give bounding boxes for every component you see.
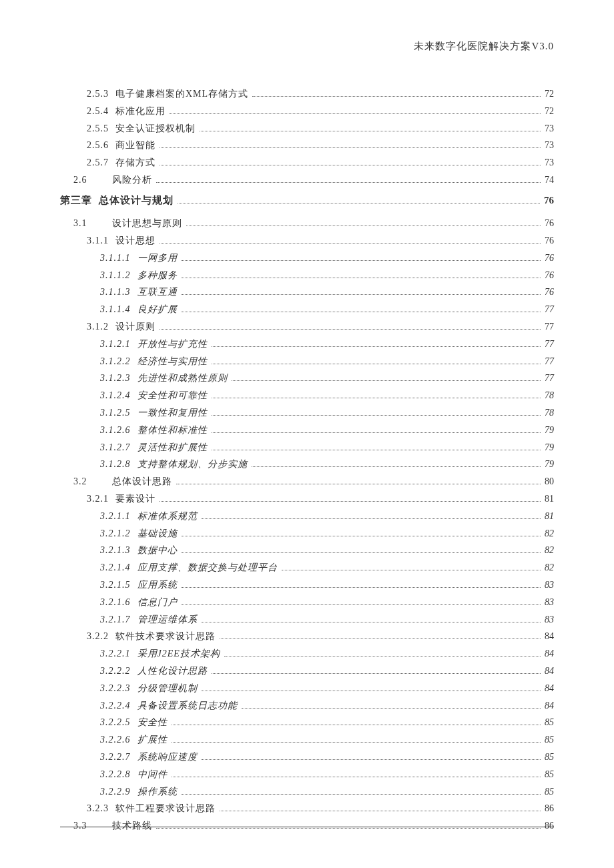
toc-leader-dots <box>178 203 540 203</box>
toc-entry: 2.5.6商业智能73 <box>60 137 554 153</box>
toc-leader-dots <box>212 450 541 450</box>
toc-title: 软件工程要求设计思路 <box>115 801 216 817</box>
toc-page-number: 85 <box>545 784 554 800</box>
toc-number: 2.5.5 <box>87 121 109 137</box>
toc-number: 2.5.6 <box>87 137 109 153</box>
toc-page-number: 76 <box>545 250 554 266</box>
toc-leader-dots <box>172 725 541 725</box>
toc-entry: 第三章总体设计与规划76 <box>60 192 554 209</box>
toc-entry: 3.1.2.6整体性和标准性79 <box>60 422 554 438</box>
toc-leader-dots <box>212 673 541 674</box>
toc-number: 3.1.2.6 <box>100 422 131 438</box>
toc-number: 3.2.1.1 <box>100 508 131 524</box>
toc-leader-dots <box>182 587 541 588</box>
toc-entry: 3.2.2.1采用J2EE技术架构84 <box>60 646 554 662</box>
toc-entry: 3.1.2.2经济性与实用性77 <box>60 354 554 370</box>
toc-entry: 2.5.3电子健康档案的XML存储方式72 <box>60 86 554 102</box>
toc-page-number: 85 <box>545 767 554 783</box>
toc-number: 3.1.1.2 <box>100 268 131 284</box>
toc-entry: 3.1.1.4良好扩展77 <box>60 302 554 318</box>
toc-title: 存储方式 <box>115 155 156 171</box>
toc-title: 分级管理机制 <box>137 681 198 697</box>
toc-page-number: 85 <box>545 732 554 748</box>
toc-leader-dots <box>252 466 541 467</box>
toc-number: 3.1.1.4 <box>100 302 131 318</box>
toc-number: 2.6 <box>73 172 105 188</box>
toc-title: 一致性和复用性 <box>137 405 208 421</box>
toc-leader-dots <box>224 656 541 657</box>
toc-number: 2.5.7 <box>87 155 109 171</box>
toc-page-number: 77 <box>545 370 554 386</box>
toc-entry: 3.2.3软件工程要求设计思路86 <box>60 801 554 817</box>
toc-leader-dots <box>182 552 541 553</box>
toc-page-number: 77 <box>545 302 554 318</box>
toc-leader-dots <box>212 432 541 433</box>
toc-number: 3.1.2.3 <box>100 370 131 386</box>
toc-number: 3.2.2.6 <box>100 732 131 748</box>
toc-page-number: 73 <box>545 121 554 137</box>
toc-title: 应用支撑、数据交换与处理平台 <box>137 560 278 576</box>
toc-page-number: 79 <box>545 440 554 456</box>
toc-leader-dots <box>176 484 541 484</box>
toc-number: 3.2.2.9 <box>100 784 131 800</box>
toc-title: 先进性和成熟性原则 <box>137 370 228 386</box>
toc-leader-dots <box>212 364 541 364</box>
toc-title: 操作系统 <box>137 784 178 800</box>
toc-title: 数据中心 <box>137 542 178 558</box>
toc-leader-dots <box>160 329 541 330</box>
toc-title: 要素设计 <box>115 491 156 507</box>
toc-entry: 2.6风险分析74 <box>60 172 554 188</box>
toc-number: 3.2.2.5 <box>100 715 131 731</box>
toc-title: 扩展性 <box>137 732 168 748</box>
toc-entry: 3.2.1.1标准体系规范81 <box>60 508 554 524</box>
toc-leader-dots <box>220 638 541 639</box>
toc-entry: 3.1.2.4安全性和可靠性78 <box>60 388 554 404</box>
toc-page-number: 76 <box>545 268 554 284</box>
toc-page-number: 76 <box>545 233 554 249</box>
toc-number: 3.2.2.7 <box>100 749 131 765</box>
toc-leader-dots <box>160 501 541 502</box>
toc-leader-dots <box>156 828 541 829</box>
toc-title: 基础设施 <box>137 526 178 542</box>
toc-title: 互联互通 <box>137 284 178 300</box>
toc-leader-dots <box>160 243 541 244</box>
toc-number: 3.1.2.1 <box>100 336 131 352</box>
toc-number: 3.2.2 <box>87 628 109 644</box>
toc-leader-dots <box>232 380 541 381</box>
toc-page-number: 73 <box>545 155 554 171</box>
toc-list: 2.5.3电子健康档案的XML存储方式722.5.4标准化应用722.5.5安全… <box>60 86 554 834</box>
toc-leader-dots <box>156 182 541 183</box>
footer-divider <box>60 827 554 827</box>
toc-title: 管理运维体系 <box>137 612 198 628</box>
toc-page-number: 84 <box>545 698 554 714</box>
toc-leader-dots <box>172 742 541 743</box>
toc-title: 总体设计思路 <box>112 474 172 490</box>
toc-number: 3.2.3 <box>87 801 109 817</box>
toc-number: 3.2.2.8 <box>100 767 131 783</box>
toc-title: 灵活性和扩展性 <box>137 440 208 456</box>
toc-page-number: 86 <box>545 801 554 817</box>
toc-title: 中间件 <box>137 767 168 783</box>
toc-leader-dots <box>202 518 541 519</box>
toc-entry: 3.2.2.8中间件85 <box>60 767 554 783</box>
toc-page-number: 72 <box>545 86 554 102</box>
toc-page-number: 80 <box>545 474 554 490</box>
toc-entry: 3.2.1.2基础设施82 <box>60 526 554 542</box>
toc-title: 设计思想与原则 <box>112 215 182 232</box>
toc-number: 3.1.1 <box>87 233 109 249</box>
toc-number: 3.2.1.7 <box>100 612 131 628</box>
toc-number: 3.2.1.4 <box>100 560 131 576</box>
toc-leader-dots <box>212 346 541 347</box>
toc-entry: 3.2.1.6信息门户83 <box>60 594 554 610</box>
toc-number: 3.2.2.2 <box>100 663 131 679</box>
toc-title: 良好扩展 <box>137 302 178 318</box>
toc-number: 3.2.1.5 <box>100 577 131 593</box>
toc-leader-dots <box>202 691 541 691</box>
toc-leader-dots <box>160 165 541 165</box>
toc-entry: 3.2.2软件技术要求设计思路84 <box>60 628 554 644</box>
toc-title: 信息门户 <box>137 594 178 610</box>
toc-page-number: 81 <box>545 508 554 524</box>
toc-entry: 3.1.2.8支持整体规划、分步实施79 <box>60 456 554 472</box>
toc-page-number: 83 <box>545 594 554 610</box>
toc-page-number: 77 <box>545 336 554 352</box>
